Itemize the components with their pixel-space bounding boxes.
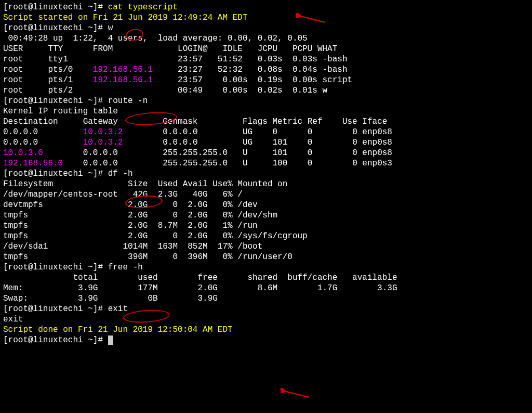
prompt-line: [root@linuxtechi ~]# route -n <box>3 96 529 106</box>
cmd-route: route -n <box>108 96 148 106</box>
annotation-arrow-icon <box>281 388 312 401</box>
prompt-line[interactable]: [root@linuxtechi ~]# <box>3 335 529 345</box>
cursor-icon <box>108 335 113 345</box>
prompt-line: [root@linuxtechi ~]# exit <box>3 304 529 314</box>
route-row: 10.0.3.0 0.0.0.0 255.255.255.0 U 101 0 0… <box>3 148 529 158</box>
route-title: Kernel IP routing table <box>3 106 529 117</box>
prompt-line: [root@linuxtechi ~]# df -h <box>3 169 529 179</box>
w-row: root pts/1 192.168.56.1 23:57 0.00s 0.19… <box>3 75 529 85</box>
route-row: 192.168.56.0 0.0.0.0 255.255.255.0 U 100… <box>3 158 529 169</box>
script-done: Script done on Fri 21 Jun 2019 12:50:04 … <box>3 325 529 335</box>
cmd-free: free -h <box>108 263 143 272</box>
free-row: Swap: 3.9G 0B 3.9G <box>3 293 529 304</box>
prompt-line: [root@linuxtechi ~]# w <box>3 23 529 33</box>
cmd-cat: cat typescript <box>108 3 178 12</box>
script-start: Script started on Fri 21 Jun 2019 12:49:… <box>3 12 529 23</box>
w-row: root pts/2 00:49 0.00s 0.02s 0.01s w <box>3 85 529 96</box>
prompt-line: [root@linuxtechi ~]# free -h <box>3 262 529 273</box>
route-columns: Destination Gateway Genmask Flags Metric… <box>3 117 529 127</box>
route-row: 0.0.0.0 10.0.3.2 0.0.0.0 UG 0 0 0 enp0s8 <box>3 127 529 137</box>
free-row: Mem: 3.9G 177M 2.0G 8.6M 1.7G 3.3G <box>3 283 529 293</box>
df-row: tmpfs 2.0G 8.7M 2.0G 1% /run <box>3 221 529 231</box>
w-row: root tty1 23:57 51:52 0.03s 0.03s -bash <box>3 54 529 64</box>
free-columns: total used free shared buff/cache availa… <box>3 273 529 283</box>
w-header: 00:49:28 up 1:22, 4 users, load average:… <box>3 33 529 44</box>
w-columns: USER TTY FROM LOGIN@ IDLE JCPU PCPU WHAT <box>3 44 529 54</box>
cmd-df: df -h <box>108 169 133 178</box>
df-columns: Filesystem Size Used Avail Use% Mounted … <box>3 179 529 189</box>
exit-echo: exit <box>3 314 529 325</box>
svg-line-1 <box>285 391 309 397</box>
df-row: tmpfs 2.0G 0 2.0G 0% /sys/fs/cgroup <box>3 231 529 241</box>
w-row: root pts/0 192.168.56.1 23:27 52:32 0.08… <box>3 64 529 75</box>
cmd-w: w <box>108 23 113 33</box>
cmd-exit: exit <box>108 304 128 314</box>
route-row: 0.0.0.0 10.0.3.2 0.0.0.0 UG 101 0 0 enp0… <box>3 137 529 148</box>
df-row: devtmpfs 2.0G 0 2.0G 0% /dev <box>3 200 529 210</box>
prompt-line: [root@linuxtechi ~]# cat typescript <box>3 2 529 12</box>
df-row: tmpfs 2.0G 0 2.0G 0% /dev/shm <box>3 210 529 221</box>
df-row: /dev/mapper/centos-root 42G 2.3G 40G 6% … <box>3 189 529 200</box>
df-row: /dev/sda1 1014M 163M 852M 17% /boot <box>3 241 529 252</box>
df-row: tmpfs 396M 0 396M 0% /run/user/0 <box>3 252 529 262</box>
